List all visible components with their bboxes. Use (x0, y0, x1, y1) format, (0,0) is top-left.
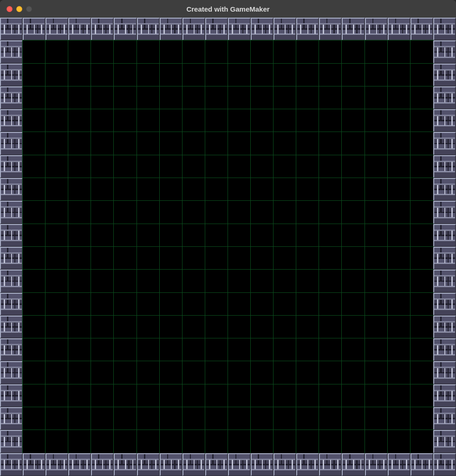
floor-tile (91, 224, 114, 247)
floor-tile (410, 338, 433, 361)
floor-tile (410, 86, 433, 109)
floor-tile (365, 224, 388, 247)
floor-tile (228, 155, 251, 178)
floor-tile (319, 132, 342, 155)
floor-tile (68, 407, 91, 430)
floor-tile (205, 155, 228, 178)
floor-tile (182, 430, 205, 453)
floor-tile (365, 109, 388, 132)
floor-tile (182, 338, 205, 361)
floor-tile (91, 293, 114, 316)
floor-tile (23, 247, 46, 270)
floor-tile (23, 132, 46, 155)
floor-tile (251, 40, 274, 63)
tile-grid (0, 18, 456, 476)
floor-tile (251, 270, 274, 292)
floor-tile (68, 247, 91, 270)
titlebar[interactable]: Created with GameMaker (0, 0, 456, 18)
floor-tile (114, 293, 137, 316)
floor-tile (114, 430, 137, 453)
floor-tile (68, 178, 91, 201)
wall-tile (433, 293, 456, 316)
floor-tile (319, 201, 342, 224)
wall-tile (319, 453, 342, 476)
floor-tile (205, 384, 228, 407)
floor-tile (68, 132, 91, 155)
floor-tile (274, 361, 296, 384)
floor-tile (205, 338, 228, 361)
wall-tile (137, 453, 160, 476)
wall-tile (0, 453, 23, 476)
wall-tile (433, 407, 456, 430)
floor-tile (365, 293, 388, 316)
floor-tile (365, 361, 388, 384)
floor-tile (319, 109, 342, 132)
wall-tile (0, 155, 23, 178)
floor-tile (205, 40, 228, 63)
floor-tile (274, 178, 296, 201)
wall-tile (46, 18, 68, 40)
wall-tile (251, 453, 274, 476)
floor-tile (23, 40, 46, 63)
wall-tile (319, 18, 342, 40)
wall-tile (0, 109, 23, 132)
floor-tile (46, 361, 68, 384)
floor-tile (91, 247, 114, 270)
floor-tile (68, 64, 91, 86)
floor-tile (114, 270, 137, 292)
game-viewport[interactable] (0, 18, 456, 476)
floor-tile (137, 86, 160, 109)
wall-tile (68, 18, 91, 40)
floor-tile (137, 407, 160, 430)
floor-tile (182, 384, 205, 407)
floor-tile (205, 247, 228, 270)
floor-tile (114, 316, 137, 338)
floor-tile (296, 361, 319, 384)
floor-tile (251, 384, 274, 407)
floor-tile (23, 270, 46, 292)
floor-tile (410, 201, 433, 224)
floor-tile (388, 178, 410, 201)
floor-tile (46, 178, 68, 201)
floor-tile (274, 293, 296, 316)
floor-tile (137, 293, 160, 316)
floor-tile (91, 201, 114, 224)
floor-tile (46, 86, 68, 109)
floor-tile (228, 247, 251, 270)
floor-tile (68, 155, 91, 178)
floor-tile (319, 178, 342, 201)
floor-tile (137, 132, 160, 155)
wall-tile (114, 453, 137, 476)
app-window: Created with GameMaker (0, 0, 456, 476)
floor-tile (46, 109, 68, 132)
wall-tile (0, 247, 23, 270)
close-icon[interactable] (7, 6, 13, 12)
floor-tile (46, 224, 68, 247)
floor-tile (274, 407, 296, 430)
floor-tile (342, 316, 365, 338)
minimize-icon[interactable] (16, 6, 22, 12)
floor-tile (365, 86, 388, 109)
floor-tile (205, 316, 228, 338)
floor-tile (319, 40, 342, 63)
floor-tile (114, 247, 137, 270)
floor-tile (274, 132, 296, 155)
floor-tile (91, 109, 114, 132)
floor-tile (205, 132, 228, 155)
floor-tile (296, 384, 319, 407)
floor-tile (137, 64, 160, 86)
floor-tile (23, 224, 46, 247)
floor-tile (274, 64, 296, 86)
floor-tile (46, 384, 68, 407)
floor-tile (342, 178, 365, 201)
floor-tile (388, 247, 410, 270)
floor-tile (274, 86, 296, 109)
floor-tile (68, 430, 91, 453)
floor-tile (274, 109, 296, 132)
floor-tile (46, 40, 68, 63)
floor-tile (46, 407, 68, 430)
floor-tile (410, 40, 433, 63)
wall-tile (365, 453, 388, 476)
wall-tile (0, 86, 23, 109)
floor-tile (274, 316, 296, 338)
